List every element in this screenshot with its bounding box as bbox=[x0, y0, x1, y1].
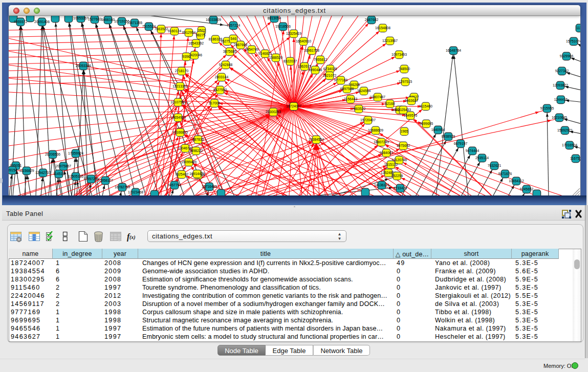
svg-text:12505135: 12505135 bbox=[68, 174, 83, 178]
svg-text:18807249: 18807249 bbox=[374, 140, 389, 144]
svg-text:7663522: 7663522 bbox=[155, 27, 168, 31]
svg-text:16154808: 16154808 bbox=[375, 26, 390, 30]
svg-text:20975867: 20975867 bbox=[56, 164, 71, 168]
svg-text:1975692: 1975692 bbox=[397, 144, 410, 147]
svg-text:9329966: 9329966 bbox=[560, 54, 574, 58]
svg-text:10688609: 10688609 bbox=[368, 128, 383, 132]
svg-text:19384554: 19384554 bbox=[309, 138, 324, 141]
svg-text:116753: 116753 bbox=[570, 157, 580, 160]
svg-text:15716485: 15716485 bbox=[202, 185, 217, 188]
svg-text:10653267: 10653267 bbox=[73, 16, 89, 20]
svg-text:9463627: 9463627 bbox=[405, 99, 419, 102]
svg-text:3875685: 3875685 bbox=[223, 50, 237, 53]
svg-text:8427552: 8427552 bbox=[213, 88, 227, 92]
svg-text:10958107: 10958107 bbox=[98, 179, 113, 182]
svg-text:6897568: 6897568 bbox=[340, 87, 354, 91]
svg-text:1549575: 1549575 bbox=[404, 114, 418, 117]
svg-text:(x): (x) bbox=[129, 234, 136, 240]
svg-text:15692971: 15692971 bbox=[557, 128, 573, 132]
svg-text:16210645: 16210645 bbox=[552, 116, 567, 119]
svg-text:25300253: 25300253 bbox=[266, 110, 281, 114]
svg-text:2687682: 2687682 bbox=[365, 18, 379, 21]
svg-text:16033809: 16033809 bbox=[206, 18, 221, 21]
svg-text:8322037: 8322037 bbox=[284, 59, 297, 63]
svg-text:2156443: 2156443 bbox=[344, 97, 358, 101]
svg-text:12325419: 12325419 bbox=[286, 32, 301, 35]
svg-text:9215955: 9215955 bbox=[540, 106, 554, 110]
svg-text:7955812: 7955812 bbox=[314, 58, 328, 61]
svg-text:9146821: 9146821 bbox=[258, 52, 272, 55]
svg-text:9777169: 9777169 bbox=[334, 78, 348, 82]
svg-text:2803144: 2803144 bbox=[215, 75, 229, 79]
svg-text:9474444: 9474444 bbox=[466, 149, 480, 152]
svg-text:6679197: 6679197 bbox=[454, 142, 468, 145]
svg-text:10807487: 10807487 bbox=[370, 95, 385, 99]
svg-text:16961758: 16961758 bbox=[304, 49, 319, 52]
svg-text:17957255: 17957255 bbox=[83, 177, 99, 181]
svg-text:16782759: 16782759 bbox=[115, 185, 130, 189]
svg-text:17016504: 17016504 bbox=[562, 143, 577, 147]
svg-text:9160124: 9160124 bbox=[168, 29, 182, 33]
svg-text:8454749: 8454749 bbox=[245, 48, 259, 51]
svg-text:16648784: 16648784 bbox=[446, 49, 461, 52]
svg-text:2935114: 2935114 bbox=[475, 156, 489, 160]
svg-text:6466160: 6466160 bbox=[101, 18, 115, 21]
svg-text:7515524: 7515524 bbox=[142, 25, 156, 28]
svg-text:16543392: 16543392 bbox=[188, 41, 204, 45]
svg-text:10107554: 10107554 bbox=[170, 100, 186, 104]
svg-text:7625402: 7625402 bbox=[175, 172, 189, 176]
svg-text:98275: 98275 bbox=[196, 33, 206, 37]
svg-text:1244415: 1244415 bbox=[554, 98, 568, 101]
svg-text:62160: 62160 bbox=[385, 102, 395, 105]
svg-text:11156829: 11156829 bbox=[19, 169, 34, 172]
svg-text:1615132: 1615132 bbox=[384, 163, 398, 166]
svg-text:748500: 748500 bbox=[399, 67, 410, 71]
svg-text:546: 546 bbox=[230, 37, 236, 40]
svg-text:9396: 9396 bbox=[182, 55, 190, 58]
svg-text:12213967: 12213967 bbox=[382, 39, 398, 42]
svg-text:16914479: 16914479 bbox=[189, 172, 205, 176]
svg-text:26206536: 26206536 bbox=[45, 152, 60, 156]
svg-text:17359924: 17359924 bbox=[68, 151, 83, 155]
svg-text:1588520: 1588520 bbox=[269, 56, 283, 59]
svg-text:19218506: 19218506 bbox=[275, 25, 291, 28]
svg-text:887833: 887833 bbox=[192, 138, 204, 141]
svg-text:1297515: 1297515 bbox=[399, 80, 412, 83]
svg-text:19654985: 19654985 bbox=[170, 116, 186, 119]
svg-text:2718170: 2718170 bbox=[175, 69, 189, 73]
svg-text:7357224: 7357224 bbox=[227, 24, 241, 27]
svg-text:317006: 317006 bbox=[209, 101, 221, 105]
svg-text:9699695: 9699695 bbox=[420, 122, 433, 125]
svg-text:1527602: 1527602 bbox=[88, 17, 102, 21]
svg-text:9245652: 9245652 bbox=[520, 187, 534, 191]
svg-text:252254: 252254 bbox=[391, 174, 403, 178]
svg-text:10973493: 10973493 bbox=[391, 53, 407, 56]
svg-text:9457791: 9457791 bbox=[168, 183, 182, 187]
svg-text:1640954: 1640954 bbox=[431, 128, 445, 132]
svg-text:10025433: 10025433 bbox=[396, 108, 411, 112]
svg-text:8938928: 8938928 bbox=[442, 135, 455, 138]
svg-text:7863522: 7863522 bbox=[352, 107, 366, 111]
svg-text:9227342: 9227342 bbox=[555, 69, 569, 73]
svg-text:39154: 39154 bbox=[9, 168, 17, 172]
svg-text:20691406: 20691406 bbox=[34, 20, 50, 24]
svg-text:14136141: 14136141 bbox=[374, 183, 389, 187]
svg-text:1112: 1112 bbox=[576, 26, 580, 30]
svg-text:16640910: 16640910 bbox=[296, 39, 311, 43]
svg-text:6734028: 6734028 bbox=[323, 67, 337, 71]
svg-text:1621072: 1621072 bbox=[323, 74, 337, 77]
svg-text:19166825: 19166825 bbox=[172, 130, 188, 134]
svg-text:1733426: 1733426 bbox=[394, 186, 407, 190]
svg-text:10671355: 10671355 bbox=[127, 21, 142, 25]
svg-text:8471676: 8471676 bbox=[498, 172, 512, 176]
svg-text:19099489: 19099489 bbox=[181, 160, 197, 164]
svg-text:12213363: 12213363 bbox=[172, 84, 188, 88]
svg-text:12942737: 12942737 bbox=[35, 171, 51, 174]
svg-text:26053346: 26053346 bbox=[76, 64, 91, 68]
svg-text:10654112: 10654112 bbox=[509, 179, 524, 183]
svg-text:1362615: 1362615 bbox=[298, 64, 312, 68]
svg-text:3624554: 3624554 bbox=[357, 89, 371, 93]
svg-text:15720407: 15720407 bbox=[360, 118, 376, 122]
svg-text:9242848: 9242848 bbox=[219, 63, 233, 67]
svg-text:2867608: 2867608 bbox=[234, 43, 248, 47]
